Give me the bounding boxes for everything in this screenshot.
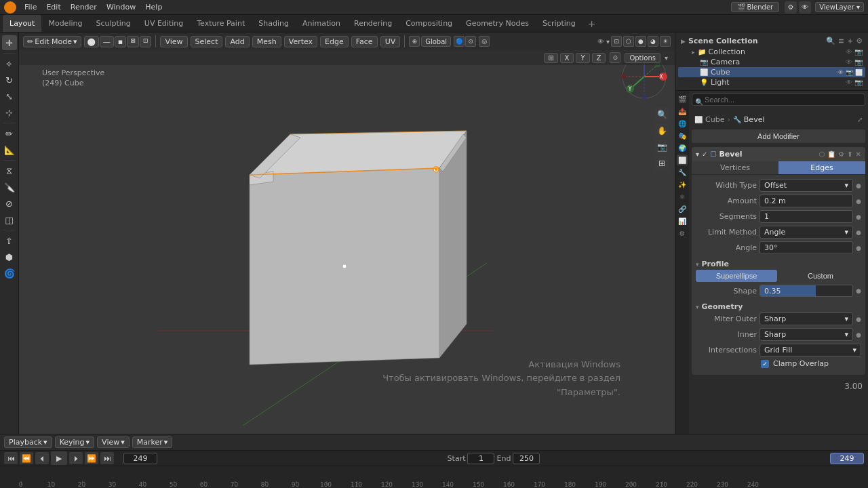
segments-pin[interactable]: ● bbox=[856, 214, 861, 220]
props-modifier-icon[interactable]: 🔧 bbox=[677, 167, 688, 178]
rotate-tool[interactable]: ↻ bbox=[2, 73, 17, 87]
timeline-view-dropdown[interactable]: View ▾ bbox=[97, 436, 130, 448]
angle-value[interactable]: 30° bbox=[760, 241, 853, 254]
modifier-tab-vertices[interactable]: Vertices bbox=[692, 161, 778, 174]
start-frame-input[interactable]: 1 bbox=[467, 453, 494, 464]
cube-eye-icon[interactable]: 👁 bbox=[837, 69, 844, 76]
transform-space-dropdown[interactable]: Global bbox=[421, 36, 451, 47]
shading-material[interactable]: ◕ bbox=[648, 36, 658, 47]
blender-logo[interactable] bbox=[4, 1, 16, 14]
viewport-3d[interactable]: ✏ Edit Mode ▾ ⬤ — ▪ ⊠ ⊡ View Select Add … bbox=[19, 33, 675, 434]
edge-select-mode[interactable]: — bbox=[100, 36, 114, 47]
shading-solid[interactable]: ● bbox=[635, 36, 646, 47]
workspace-tab-scripting[interactable]: Scripting bbox=[536, 15, 583, 32]
collection-render-icon[interactable]: 📷 bbox=[854, 48, 863, 56]
width-type-dropdown[interactable]: Offset ▾ bbox=[760, 179, 853, 192]
modifier-enabled-toggle[interactable]: ✓ bbox=[702, 150, 707, 158]
camera-view-btn[interactable]: 📷 bbox=[654, 140, 669, 155]
props-material-icon[interactable]: ⚙ bbox=[677, 228, 688, 239]
modifier-icon-3[interactable]: ⚙ bbox=[838, 150, 844, 158]
workspace-tab-rendering[interactable]: Rendering bbox=[347, 15, 399, 32]
inner-dropdown[interactable]: Sharp ▾ bbox=[760, 328, 853, 341]
intersections-dropdown[interactable]: Grid Fill ▾ bbox=[760, 344, 861, 357]
jump-to-start-btn[interactable]: ⏮ bbox=[4, 452, 18, 464]
y-axis-btn[interactable]: Y bbox=[576, 53, 589, 63]
annotate-tool[interactable]: ✏ bbox=[2, 126, 17, 141]
amount-value[interactable]: 0.2 m bbox=[760, 195, 853, 207]
marker-dropdown[interactable]: Marker ▾ bbox=[132, 436, 173, 448]
proportional-icon-2[interactable]: ⊙ bbox=[610, 52, 620, 63]
props-data-icon[interactable]: 📊 bbox=[677, 216, 688, 226]
timeline-ruler[interactable]: 0102030405060708090100110120130140150160… bbox=[0, 466, 868, 488]
geometry-section-header[interactable]: ▾ Geometry bbox=[696, 300, 861, 312]
breadcrumb-expand-icon[interactable]: ⤢ bbox=[857, 116, 863, 123]
props-world-icon[interactable]: 🌍 bbox=[677, 142, 688, 153]
camera-visible-icon[interactable]: 👁 bbox=[846, 58, 852, 66]
props-object-icon[interactable]: ⬜ bbox=[677, 155, 688, 165]
edit-mode-dropdown[interactable]: ✏ Edit Mode ▾ bbox=[23, 36, 81, 47]
modifier-expand-toggle[interactable]: ▾ bbox=[696, 150, 699, 158]
x-axis-btn[interactable]: X bbox=[560, 53, 574, 63]
spin-tool[interactable]: 🌀 bbox=[2, 266, 17, 281]
workspace-tab-uv-editing[interactable]: UV Editing bbox=[138, 15, 190, 32]
limit-method-dropdown[interactable]: Angle ▾ bbox=[760, 226, 853, 239]
inner-pin[interactable]: ● bbox=[856, 331, 861, 338]
next-frame-btn[interactable]: ⏩ bbox=[85, 452, 98, 464]
collection-item-cube[interactable]: ⬜ Cube 👁 📷 ⬜ bbox=[678, 67, 865, 77]
miter-outer-dropdown[interactable]: Sharp ▾ bbox=[760, 312, 853, 325]
select-mode-4[interactable]: ⊠ bbox=[127, 36, 139, 47]
move-tool[interactable]: ⟡ bbox=[2, 56, 17, 71]
vertex-select-mode[interactable]: ⬤ bbox=[84, 36, 99, 47]
props-output-icon[interactable]: 📤 bbox=[677, 106, 688, 117]
view-menu[interactable]: View bbox=[160, 36, 187, 47]
edge-menu[interactable]: Edge bbox=[320, 36, 349, 47]
collection-filter-icon[interactable]: 🔍 bbox=[826, 37, 835, 45]
props-scene-icon[interactable]: 🎭 bbox=[677, 130, 688, 141]
viewport-overlay-btn[interactable]: 👁 ▾ bbox=[597, 38, 610, 45]
collection-sort-icon[interactable]: ≡ bbox=[838, 37, 844, 45]
current-frame-display[interactable]: 249 bbox=[123, 453, 157, 464]
menu-edit[interactable]: Edit bbox=[42, 1, 64, 13]
transform-tool[interactable]: ⊹ bbox=[2, 105, 17, 120]
shading-render[interactable]: ☀ bbox=[660, 36, 671, 47]
clamp-overlap-checkbox[interactable]: ✓ bbox=[761, 360, 769, 368]
snap-settings-icon[interactable]: ⊙ bbox=[465, 36, 476, 47]
cursor-tool[interactable]: ✛ bbox=[2, 35, 17, 50]
xray-toggle[interactable]: ⊡ bbox=[611, 36, 622, 47]
knife-tool[interactable]: 🔪 bbox=[2, 180, 17, 195]
segments-value[interactable]: 1 bbox=[760, 210, 853, 223]
options-btn[interactable]: Options bbox=[625, 53, 660, 63]
profile-section-header[interactable]: ▾ Profile bbox=[696, 257, 861, 270]
workspace-tab-sculpting[interactable]: Sculpting bbox=[89, 15, 137, 32]
snap-magnet-icon[interactable]: 🔵 bbox=[454, 36, 465, 47]
jump-to-end-btn[interactable]: ⏭ bbox=[100, 452, 114, 464]
scale-tool[interactable]: ⤡ bbox=[2, 89, 17, 104]
collection-settings-icon[interactable]: ⚙ bbox=[856, 37, 863, 45]
keying-dropdown[interactable]: Keying ▾ bbox=[55, 436, 94, 448]
transform-orient-icon[interactable]: ⊕ bbox=[409, 36, 420, 47]
limit-method-pin[interactable]: ● bbox=[856, 229, 861, 236]
workspace-tab-animation[interactable]: Animation bbox=[296, 15, 347, 32]
end-frame-input[interactable]: 250 bbox=[513, 453, 540, 464]
profile-custom-btn[interactable]: Custom bbox=[780, 270, 861, 282]
modifier-icon-4[interactable]: ⬆ bbox=[847, 150, 852, 158]
props-view-layer-icon[interactable]: 🌐 bbox=[677, 118, 688, 129]
add-workspace-tab[interactable]: + bbox=[583, 15, 601, 32]
width-type-pin[interactable]: ● bbox=[856, 182, 861, 189]
menu-render[interactable]: Render bbox=[66, 1, 101, 13]
prev-frame-btn[interactable]: ⏪ bbox=[20, 452, 33, 464]
collection-item-light[interactable]: 💡 Light 👁 📷 bbox=[678, 77, 865, 87]
angle-pin[interactable]: ● bbox=[856, 245, 861, 251]
scene-selector[interactable]: 🎬 Blender bbox=[731, 2, 779, 12]
mesh-menu[interactable]: Mesh bbox=[252, 36, 281, 47]
shape-slider[interactable]: 0.35 bbox=[760, 285, 853, 297]
props-particles-icon[interactable]: ✨ bbox=[677, 179, 688, 190]
modifier-close[interactable]: ✕ bbox=[856, 150, 861, 158]
cube-viewport-icon[interactable]: ⬜ bbox=[855, 69, 863, 76]
collection-item-camera[interactable]: 📷 Camera 👁 📷 bbox=[678, 57, 865, 67]
menu-file[interactable]: File bbox=[20, 1, 41, 13]
modifier-tab-edges[interactable]: Edges bbox=[778, 161, 865, 174]
loop-cut-tool[interactable]: ⧖ bbox=[2, 163, 17, 178]
props-physics-icon[interactable]: ⚛ bbox=[677, 191, 688, 202]
play-btn[interactable]: ▶ bbox=[51, 451, 67, 465]
